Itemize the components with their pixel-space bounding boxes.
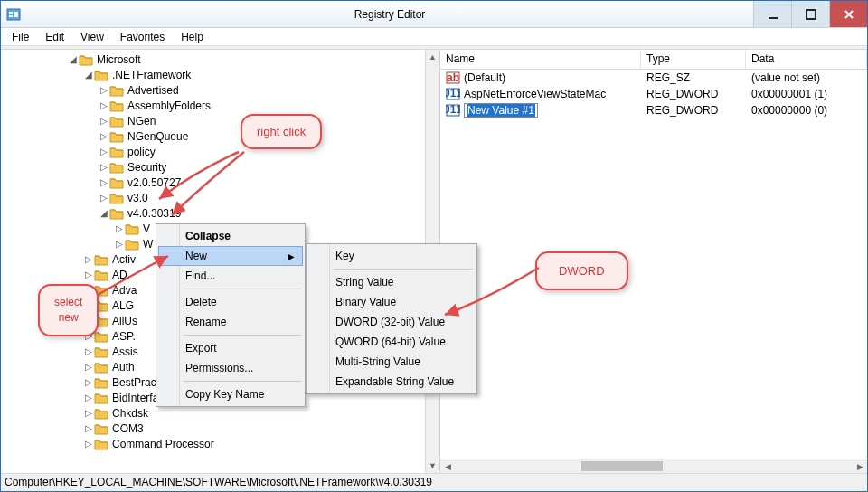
menu-favorites[interactable]: Favorites xyxy=(113,29,172,45)
svg-rect-2 xyxy=(9,15,13,17)
tree-item[interactable]: ◢ Microsoft xyxy=(1,52,425,67)
tree-item[interactable]: ◢ .NETFramework xyxy=(1,67,425,82)
value-type: REG_DWORD xyxy=(641,104,746,117)
tree-item[interactable]: ▷ NGen xyxy=(1,113,425,128)
expander-icon[interactable]: ▷ xyxy=(99,85,109,95)
folder-icon xyxy=(94,438,108,450)
list-row[interactable]: ab(Default) REG_SZ (value not set) xyxy=(440,70,867,86)
menu-item[interactable]: Delete xyxy=(158,292,303,312)
minimize-button[interactable] xyxy=(753,1,791,27)
menu-edit[interactable]: Edit xyxy=(38,29,71,45)
col-data[interactable]: Data xyxy=(746,50,867,69)
menu-item[interactable]: Copy Key Name xyxy=(158,384,303,404)
expander-icon[interactable]: ▷ xyxy=(99,147,109,156)
expander-icon[interactable]: ▷ xyxy=(99,100,109,110)
menu-item[interactable]: DWORD (32-bit) Value xyxy=(308,312,475,332)
expander-icon[interactable]: ▷ xyxy=(99,116,109,126)
tree-label: AssemblyFolders xyxy=(127,99,212,112)
expander-icon[interactable]: ▷ xyxy=(83,423,94,433)
svg-rect-4 xyxy=(769,17,778,19)
folder-icon xyxy=(125,222,139,235)
menu-item[interactable]: Expandable String Value xyxy=(308,372,475,392)
tree-item[interactable]: ▷ policy xyxy=(1,144,425,159)
list-body[interactable]: ab(Default) REG_SZ (value not set) 011As… xyxy=(440,70,867,459)
col-name[interactable]: Name xyxy=(440,50,641,69)
window-title: Registry Editor xyxy=(26,8,753,21)
expander-icon[interactable]: ▷ xyxy=(114,223,125,233)
expander-icon[interactable]: ▷ xyxy=(99,131,109,141)
folder-icon xyxy=(94,422,108,435)
menu-item[interactable]: String Value xyxy=(308,272,475,292)
list-hscrollbar[interactable]: ◀ ▶ xyxy=(440,459,867,473)
expander-icon[interactable]: ▷ xyxy=(83,346,94,356)
menu-item[interactable]: Binary Value xyxy=(308,292,475,312)
menu-help[interactable]: Help xyxy=(174,29,211,45)
tree-item[interactable]: ▷ Command Processor xyxy=(1,436,425,451)
close-button[interactable] xyxy=(829,1,867,27)
list-header: Name Type Data xyxy=(440,50,867,70)
menu-item[interactable]: New▶ xyxy=(158,246,303,266)
menu-item[interactable]: Rename xyxy=(158,312,303,332)
titlebar[interactable]: Registry Editor xyxy=(1,1,867,28)
tree-item[interactable]: ▷ v3.0 xyxy=(1,190,425,205)
list-row[interactable]: 011AspNetEnforceViewStateMac REG_DWORD 0… xyxy=(440,86,867,102)
tree-label: Chkdsk xyxy=(111,407,149,420)
expander-icon[interactable]: ▷ xyxy=(83,439,94,449)
tree-item[interactable]: ▷ Chkdsk xyxy=(1,405,425,421)
expander-icon[interactable]: ▷ xyxy=(83,377,94,387)
scroll-up-icon[interactable]: ▲ xyxy=(429,50,437,64)
expander-icon[interactable]: ▷ xyxy=(99,162,109,172)
menu-item[interactable]: Permissions... xyxy=(158,358,303,378)
expander-icon[interactable]: ◢ xyxy=(68,54,79,64)
menu-item[interactable]: QWORD (64-bit) Value xyxy=(308,332,475,352)
scroll-down-icon[interactable]: ▼ xyxy=(429,459,437,473)
tree-item[interactable]: ▷ v2.0.50727 xyxy=(1,175,425,190)
expander-icon[interactable]: ▷ xyxy=(99,193,109,203)
menu-item[interactable]: Export xyxy=(158,338,303,358)
tree-item[interactable]: ▷ Advertised xyxy=(1,82,425,98)
folder-icon xyxy=(109,207,124,220)
list-row[interactable]: 011New Value #1 REG_DWORD 0x00000000 (0) xyxy=(440,102,867,118)
expander-icon[interactable]: ▷ xyxy=(114,239,125,249)
maximize-button[interactable] xyxy=(791,1,829,27)
value-name: (Default) xyxy=(464,71,505,84)
expander-icon[interactable]: ▷ xyxy=(83,362,94,372)
menu-item[interactable]: Multi-String Value xyxy=(308,352,475,372)
tree-item[interactable]: ▷ COM3 xyxy=(1,421,425,436)
menu-view[interactable]: View xyxy=(73,29,111,45)
expander-icon[interactable]: ▷ xyxy=(83,393,94,402)
expander-icon[interactable]: ◢ xyxy=(99,208,109,218)
dword-value-icon: 011 xyxy=(446,87,460,101)
tree-item[interactable]: ▷ Security xyxy=(1,159,425,175)
expander-icon[interactable]: ▷ xyxy=(99,177,109,187)
tree-label: v2.0.50727 xyxy=(127,176,182,189)
tree-label: NGen xyxy=(127,115,156,128)
scroll-right-icon[interactable]: ▶ xyxy=(853,462,867,471)
tree-item[interactable]: ◢ v4.0.30319 xyxy=(1,205,425,221)
expander-icon[interactable]: ▷ xyxy=(83,270,94,279)
scroll-left-icon[interactable]: ◀ xyxy=(440,462,455,471)
menu-file[interactable]: File xyxy=(5,29,36,45)
menu-item[interactable]: Collapse xyxy=(158,226,303,246)
expander-icon[interactable]: ▷ xyxy=(83,254,94,264)
folder-icon xyxy=(109,161,124,174)
tree-label: AD xyxy=(111,269,128,281)
hscroll-thumb[interactable] xyxy=(581,461,663,471)
menu-item[interactable]: Find... xyxy=(158,266,303,286)
string-value-icon: ab xyxy=(446,71,460,85)
tree-label: AllUs xyxy=(111,315,138,327)
col-type[interactable]: Type xyxy=(641,50,746,69)
window-controls xyxy=(753,1,867,27)
expander-icon[interactable]: ◢ xyxy=(83,70,94,80)
menu-item[interactable]: Key xyxy=(308,246,475,266)
tree-item[interactable]: ▷ AssemblyFolders xyxy=(1,98,425,113)
folder-icon xyxy=(94,392,108,404)
rename-input[interactable]: New Value #1 xyxy=(464,103,538,118)
value-data: (value not set) xyxy=(746,71,867,84)
tree-item[interactable]: ▷ NGenQueue xyxy=(1,128,425,144)
tree-label: Command Processor xyxy=(111,438,215,450)
expander-icon[interactable]: ▷ xyxy=(83,408,94,418)
tree-label: NGenQueue xyxy=(127,130,189,143)
context-menu-new: KeyString ValueBinary ValueDWORD (32-bit… xyxy=(306,243,477,394)
tree-label: v3.0 xyxy=(127,192,149,204)
